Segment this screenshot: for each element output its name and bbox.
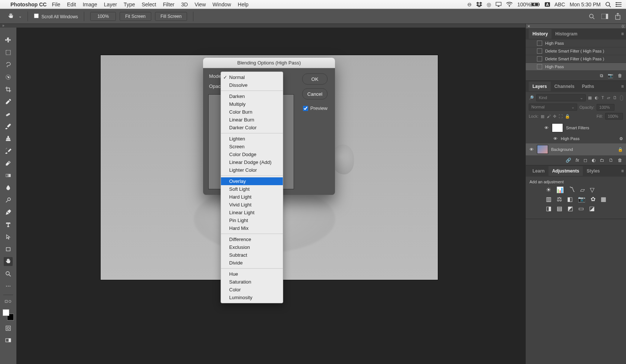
- blend-mode-lighter-color[interactable]: Lighter Color: [221, 166, 283, 174]
- blend-mode-linear-dodge-add-[interactable]: Linear Dodge (Add): [221, 158, 283, 166]
- background-layer-row[interactable]: 👁 Background 🔒: [526, 143, 626, 155]
- rectangle-tool[interactable]: [4, 245, 13, 254]
- blend-mode-color-burn[interactable]: Color Burn: [221, 108, 283, 116]
- menu-edit[interactable]: Edit: [67, 1, 76, 7]
- menu-file[interactable]: File: [52, 1, 60, 7]
- photo-filter-icon[interactable]: 📷: [578, 196, 585, 203]
- tab-adjustments[interactable]: Adjustments: [548, 166, 583, 176]
- menu-image[interactable]: Image: [83, 1, 97, 7]
- expand-tabs-icon[interactable]: »: [2, 23, 4, 28]
- blend-mode-vivid-light[interactable]: Vivid Light: [221, 201, 283, 209]
- filter-type-icon[interactable]: T: [601, 95, 604, 101]
- hand-tool[interactable]: [4, 257, 13, 266]
- tab-styles[interactable]: Styles: [583, 166, 603, 176]
- fit-screen-button[interactable]: Fit Screen: [120, 12, 151, 21]
- healing-brush-tool[interactable]: [4, 110, 13, 118]
- panel-close-icon[interactable]: ✕: [527, 24, 530, 28]
- hue-sat-icon[interactable]: ▥: [546, 196, 551, 203]
- brush-tool[interactable]: [4, 122, 13, 131]
- eraser-tool[interactable]: [4, 159, 13, 168]
- blend-mode-linear-light[interactable]: Linear Light: [221, 209, 283, 216]
- clock[interactable]: Mon 5:30 PM: [570, 1, 601, 7]
- menu-select[interactable]: Select: [142, 1, 156, 7]
- quick-mask-tool[interactable]: [4, 324, 13, 333]
- adjustment-layer-icon[interactable]: ◐: [592, 158, 595, 163]
- history-item[interactable]: Delete Smart Filter ( High Pass ): [526, 55, 626, 63]
- blend-mode-luminosity[interactable]: Luminosity: [221, 294, 283, 301]
- blend-mode-difference[interactable]: Difference: [221, 235, 283, 243]
- history-item[interactable]: Delete Smart Filter ( High Pass ): [526, 47, 626, 55]
- filter-options-icon[interactable]: ⚙: [619, 136, 623, 141]
- blur-tool[interactable]: [4, 183, 13, 192]
- new-layer-icon[interactable]: 🗋: [609, 158, 613, 163]
- tab-channels[interactable]: Channels: [551, 82, 578, 91]
- gradient-map-icon[interactable]: ▭: [578, 205, 584, 212]
- crop-tool[interactable]: [4, 85, 13, 94]
- workspace-icon[interactable]: [601, 14, 608, 19]
- marquee-tool[interactable]: [4, 48, 13, 57]
- group-icon[interactable]: 🗀: [600, 158, 604, 163]
- history-item[interactable]: High Pass: [526, 39, 626, 47]
- brightness-contrast-icon[interactable]: ☀: [546, 186, 551, 193]
- blend-mode-screen[interactable]: Screen: [221, 143, 283, 151]
- fill-screen-button[interactable]: Fill Screen: [155, 12, 187, 21]
- menu-type[interactable]: Type: [124, 1, 135, 7]
- bw-icon[interactable]: ◧: [567, 196, 573, 203]
- tab-histogram[interactable]: Histogram: [551, 29, 581, 39]
- link-layers-icon[interactable]: 🔗: [566, 158, 571, 163]
- panel-menu-icon[interactable]: ≡: [621, 84, 624, 89]
- panel-menu-icon[interactable]: ≡: [621, 168, 624, 174]
- gradient-tool[interactable]: [4, 171, 13, 180]
- lock-transparent-icon[interactable]: ▩: [541, 114, 544, 119]
- app-name[interactable]: Photoshop CC: [10, 1, 47, 7]
- history-item[interactable]: High Pass: [526, 63, 626, 71]
- blend-mode-hue[interactable]: Hue: [221, 270, 283, 278]
- lock-all-icon[interactable]: 🔒: [565, 114, 570, 119]
- blend-mode-color-dodge[interactable]: Color Dodge: [221, 151, 283, 158]
- filter-adjust-icon[interactable]: ◐: [595, 95, 598, 101]
- posterize-icon[interactable]: ▤: [557, 205, 562, 212]
- menu-icon[interactable]: [616, 2, 622, 7]
- fx-icon[interactable]: fx: [576, 158, 579, 163]
- high-pass-filter-row[interactable]: 👁 High Pass ⚙: [526, 134, 626, 143]
- lock-pixels-icon[interactable]: 🖌: [547, 114, 551, 118]
- visibility-icon[interactable]: 👁: [544, 126, 549, 130]
- filter-search-icon[interactable]: 🔎: [529, 95, 534, 100]
- search-icon[interactable]: [589, 13, 595, 19]
- cc-icon[interactable]: ◎: [487, 1, 491, 7]
- blend-mode-lighten[interactable]: Lighten: [221, 135, 283, 143]
- menu-3d[interactable]: 3D: [181, 1, 188, 7]
- levels-icon[interactable]: 📊: [556, 186, 564, 193]
- selective-color-icon[interactable]: ◪: [589, 205, 595, 212]
- exposure-icon[interactable]: ▱: [580, 186, 585, 193]
- dnd-icon[interactable]: ⊖: [467, 1, 472, 7]
- screen-mode-tool[interactable]: [4, 336, 13, 345]
- lock-artboard-icon[interactable]: ⛶: [559, 114, 563, 118]
- hand-tool-icon[interactable]: [7, 12, 15, 20]
- channel-mixer-icon[interactable]: ✿: [591, 196, 595, 203]
- layer-filter-kind[interactable]: Kind ⌄: [536, 94, 586, 101]
- panel-collapse-icon[interactable]: ⟨⟨: [622, 24, 625, 28]
- menu-filter[interactable]: Filter: [163, 1, 174, 7]
- lock-icon[interactable]: 🔒: [618, 147, 623, 152]
- visibility-icon[interactable]: 👁: [553, 136, 558, 141]
- trash-icon[interactable]: 🗑: [618, 73, 622, 78]
- blend-mode-darker-color[interactable]: Darker Color: [221, 124, 283, 132]
- vibrance-icon[interactable]: ▽: [590, 186, 594, 193]
- menu-help[interactable]: Help: [238, 1, 249, 7]
- blend-mode-pin-light[interactable]: Pin Light: [221, 216, 283, 224]
- share-icon[interactable]: [615, 13, 621, 20]
- mask-icon[interactable]: ◻: [584, 158, 587, 163]
- quick-select-tool[interactable]: [4, 73, 13, 82]
- move-tool[interactable]: [4, 36, 13, 45]
- lasso-tool[interactable]: [4, 60, 13, 69]
- ime-indicator[interactable]: A: [545, 2, 550, 7]
- scroll-all-windows-checkbox[interactable]: Scroll All Windows: [34, 13, 78, 19]
- tab-layers[interactable]: Layers: [529, 82, 551, 91]
- layer-thumb[interactable]: [537, 145, 548, 154]
- smart-filters-row[interactable]: 👁 Smart Filters: [526, 122, 626, 134]
- tab-history[interactable]: History: [529, 29, 551, 39]
- tab-paths[interactable]: Paths: [578, 82, 598, 91]
- blend-mode-hard-mix[interactable]: Hard Mix: [221, 224, 283, 232]
- layer-opacity-field[interactable]: 100%: [597, 104, 614, 111]
